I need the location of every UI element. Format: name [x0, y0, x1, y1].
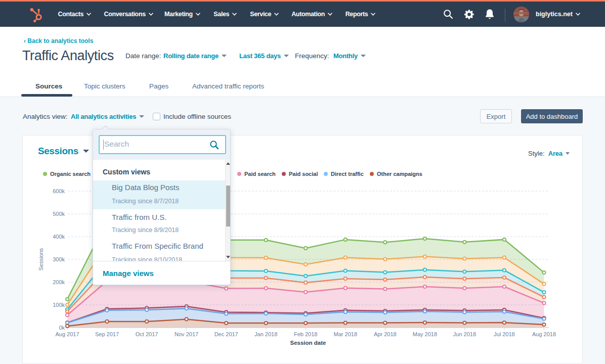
svg-text:Session date: Session date: [290, 340, 326, 346]
svg-text:Mar 2018: Mar 2018: [334, 331, 357, 337]
svg-text:0k: 0k: [59, 325, 65, 331]
svg-text:Jul 2018: Jul 2018: [494, 331, 515, 337]
svg-text:Jun 2018: Jun 2018: [453, 331, 476, 337]
svg-text:Nov 2017: Nov 2017: [175, 331, 198, 337]
svg-text:Sessions: Sessions: [38, 248, 44, 270]
svg-text:600k: 600k: [53, 188, 65, 194]
svg-text:200k: 200k: [53, 279, 65, 285]
svg-text:Jan 2018: Jan 2018: [254, 331, 277, 337]
svg-text:Aug 2018: Aug 2018: [532, 331, 556, 337]
svg-text:Oct 2017: Oct 2017: [136, 331, 158, 337]
svg-text:Sep 2017: Sep 2017: [95, 331, 119, 337]
svg-text:Dec 2017: Dec 2017: [214, 331, 238, 337]
svg-text:May 2018: May 2018: [413, 331, 437, 337]
svg-text:300k: 300k: [53, 256, 65, 262]
svg-text:Apr 2018: Apr 2018: [374, 331, 397, 337]
svg-text:Aug 2017: Aug 2017: [55, 331, 79, 337]
svg-text:500k: 500k: [53, 211, 65, 217]
svg-text:Feb 2018: Feb 2018: [294, 331, 317, 337]
svg-text:400k: 400k: [53, 234, 65, 240]
svg-text:100k: 100k: [53, 302, 65, 308]
